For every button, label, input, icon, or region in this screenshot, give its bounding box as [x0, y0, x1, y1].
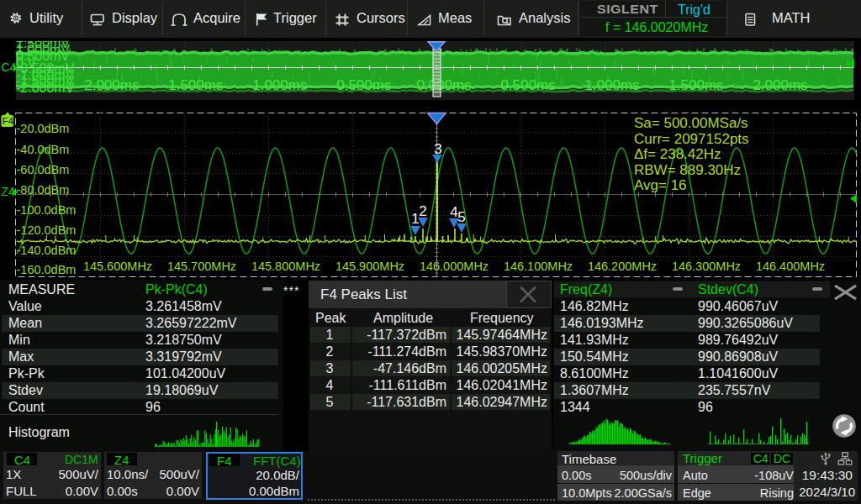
svg-text:0.000ms: 0.000ms	[416, 77, 471, 93]
svg-text:-60.0dBm: -60.0dBm	[17, 163, 70, 176]
svg-text:145.600MHz: 145.600MHz	[83, 260, 152, 273]
svg-text:146.300MHz: 146.300MHz	[672, 260, 741, 273]
svg-text:146.100MHz: 146.100MHz	[504, 260, 573, 273]
svg-text:146.000MHz: 146.000MHz	[420, 260, 489, 273]
svg-text:-40.0dBm: -40.0dBm	[17, 143, 70, 156]
svg-text:Avg= 16: Avg= 16	[634, 177, 687, 193]
svg-text:-1.500ms: -1.500ms	[164, 77, 224, 93]
svg-text:-100.0dBm: -100.0dBm	[17, 203, 77, 217]
svg-text:-20.0dBm: -20.0dBm	[17, 122, 70, 135]
svg-text:145.800MHz: 145.800MHz	[251, 260, 320, 273]
svg-text:1.000ms: 1.000ms	[584, 77, 639, 93]
svg-text:Curr= 2097152pts: Curr= 2097152pts	[634, 131, 749, 147]
svg-text:0.500ms: 0.500ms	[500, 77, 555, 93]
svg-text:Z4: Z4	[2, 185, 16, 198]
svg-text:-120.0dBm: -120.0dBm	[17, 223, 77, 237]
svg-text:2: 2	[419, 203, 426, 219]
svg-text:-2.000ms: -2.000ms	[80, 77, 140, 93]
svg-text:-140.0dBm: -140.0dBm	[17, 244, 77, 257]
svg-text:-0.500ms: -0.500ms	[332, 77, 392, 93]
svg-text:145.900MHz: 145.900MHz	[335, 260, 404, 273]
svg-text:146.400MHz: 146.400MHz	[756, 260, 825, 273]
svg-text:Sa= 500.00MSa/s: Sa= 500.00MSa/s	[634, 115, 748, 131]
svg-text:1.500ms: 1.500ms	[668, 77, 723, 93]
svg-text:2.000ms: 2.000ms	[753, 77, 807, 93]
svg-text:5: 5	[457, 209, 465, 225]
svg-text:3: 3	[434, 141, 441, 157]
svg-text:F4: F4	[3, 116, 14, 126]
svg-text:-160.0dBm: -160.0dBm	[17, 263, 77, 276]
svg-text:-2.000mV: -2.000mV	[16, 81, 75, 95]
svg-text:146.200MHz: 146.200MHz	[588, 260, 657, 273]
svg-text:-80.0dBm: -80.0dBm	[17, 183, 70, 197]
svg-text:RBW= 889.30Hz: RBW= 889.30Hz	[634, 162, 741, 178]
svg-text:Δf= 238.42Hz: Δf= 238.42Hz	[634, 146, 721, 162]
svg-text:-1.000ms: -1.000ms	[248, 77, 308, 93]
svg-text:145.700MHz: 145.700MHz	[167, 260, 236, 273]
